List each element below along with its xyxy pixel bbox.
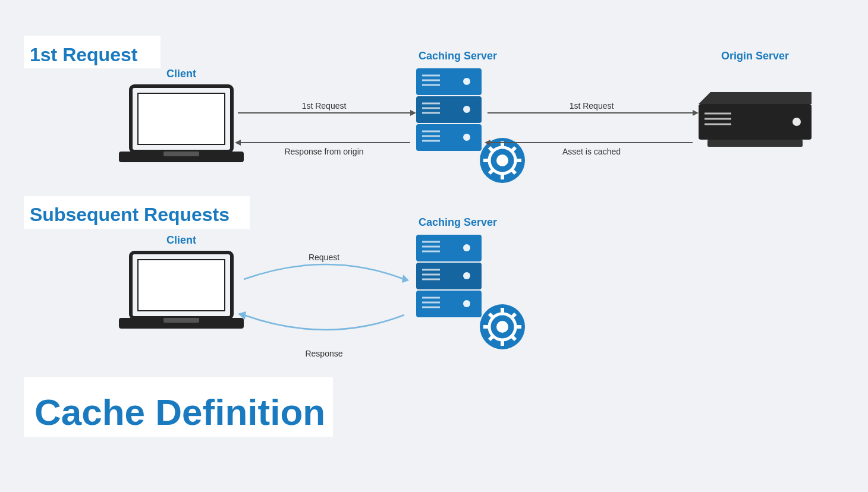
svg-line-47 bbox=[489, 336, 493, 340]
arc-response bbox=[244, 315, 404, 330]
server1-mid bbox=[416, 96, 482, 123]
arrow2-head bbox=[235, 140, 241, 146]
response-label: Response bbox=[305, 349, 342, 358]
svg-line-18 bbox=[489, 147, 493, 151]
arc-request-head bbox=[402, 275, 409, 283]
svg-point-3 bbox=[463, 78, 470, 85]
origin-server-base bbox=[707, 140, 803, 147]
svg-line-45 bbox=[512, 336, 515, 340]
svg-line-21 bbox=[489, 170, 493, 174]
svg-point-13 bbox=[496, 154, 508, 166]
laptop1-screen-inner bbox=[138, 93, 225, 144]
section1-title: 1st Request bbox=[30, 44, 138, 65]
svg-point-39 bbox=[496, 321, 508, 333]
server2-mid bbox=[416, 263, 482, 289]
laptop2-screen-inner bbox=[138, 260, 225, 311]
svg-line-19 bbox=[512, 170, 515, 174]
arrow1-label: 1st Request bbox=[302, 101, 347, 111]
arrow4-label: Asset is cached bbox=[562, 147, 621, 156]
server2-top bbox=[416, 235, 482, 261]
svg-line-20 bbox=[512, 147, 515, 151]
svg-point-29 bbox=[463, 244, 470, 251]
arrow2-label: Response from origin bbox=[284, 147, 363, 156]
caching-server2-label: Caching Server bbox=[419, 216, 497, 228]
svg-point-11 bbox=[463, 134, 470, 141]
client2-label: Client bbox=[166, 234, 196, 246]
arrow3-label: 1st Request bbox=[570, 101, 614, 111]
diagram-svg: 1st Request Client Caching Server bbox=[24, 0, 844, 463]
origin-server-label: Origin Server bbox=[721, 50, 789, 62]
laptop2-notch bbox=[163, 318, 199, 323]
arrow3-head bbox=[693, 110, 699, 116]
server1-bot bbox=[416, 124, 482, 151]
svg-point-7 bbox=[463, 106, 470, 113]
arc-request bbox=[244, 264, 404, 279]
server1-top bbox=[416, 68, 482, 95]
svg-point-25 bbox=[792, 118, 801, 126]
cache-def-title: Cache Definition bbox=[34, 392, 325, 433]
server2-bot bbox=[416, 291, 482, 317]
svg-point-33 bbox=[463, 272, 470, 279]
svg-line-44 bbox=[489, 314, 493, 317]
arrow1-head bbox=[410, 110, 416, 116]
laptop1-notch bbox=[163, 152, 199, 156]
main-container: 1st Request Client Caching Server bbox=[0, 0, 868, 492]
request-label: Request bbox=[309, 253, 339, 262]
client1-label: Client bbox=[166, 68, 196, 80]
svg-point-37 bbox=[463, 300, 470, 307]
section2-title: Subsequent Requests bbox=[30, 204, 229, 225]
origin-server-top bbox=[699, 92, 812, 104]
caching-server1-label: Caching Server bbox=[419, 50, 497, 62]
svg-line-46 bbox=[512, 314, 515, 317]
